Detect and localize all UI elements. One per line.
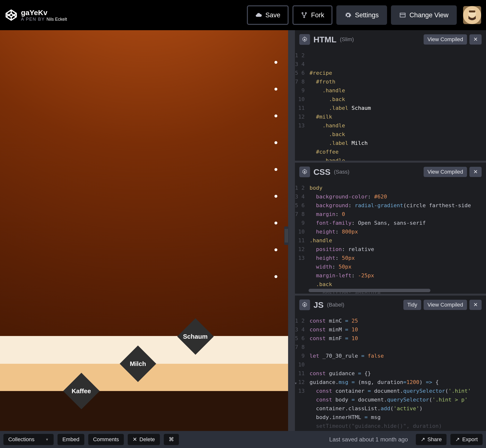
scale-dot: [274, 248, 277, 251]
save-button[interactable]: Save: [247, 5, 289, 25]
gear-icon: [301, 302, 308, 308]
close-icon[interactable]: ✕: [469, 300, 482, 310]
pen-title[interactable]: gaYeKv: [21, 9, 67, 17]
fold-arrow-icon[interactable]: ▾: [295, 379, 297, 388]
svg-rect-0: [400, 13, 405, 17]
keyboard-button[interactable]: ⌘: [164, 434, 179, 445]
embed-button[interactable]: Embed: [58, 434, 84, 445]
scrollbar-css[interactable]: [309, 289, 430, 292]
share-icon: ↗: [421, 436, 425, 443]
svg-point-7: [304, 304, 306, 306]
avatar[interactable]: [463, 6, 481, 24]
svg-rect-4: [469, 10, 475, 12]
code-area-css[interactable]: 1 2 3 4 5 6 7 8 9 10 11 12 13 body backg…: [295, 181, 486, 294]
comments-button[interactable]: Comments: [88, 434, 124, 445]
collections-button[interactable]: Collections ▼: [3, 434, 54, 445]
title-block: gaYeKv A PEN BY Nils Eckelt: [21, 9, 67, 22]
splitter-handle[interactable]: [284, 226, 289, 245]
scale-dot: [274, 195, 277, 198]
gear-icon: [301, 169, 308, 175]
panel-html: HTML (Slim) View Compiled✕ 1 2 3 4 5 6 7…: [295, 30, 486, 163]
close-icon[interactable]: ✕: [469, 167, 482, 177]
panel-html-settings[interactable]: [299, 34, 310, 45]
panel-css-title: CSS: [313, 167, 330, 177]
code-js[interactable]: const minC = 25 const minM = 10 const mi…: [308, 314, 486, 433]
svg-point-6: [304, 171, 306, 173]
settings-button[interactable]: Settings: [336, 5, 387, 25]
fork-icon: [301, 12, 308, 19]
main: Schaum Milch Kaffee HTML (Slim) View Com…: [0, 30, 486, 431]
gutter-css: 1 2 3 4 5 6 7 8 9 10 11 12 13: [295, 181, 308, 294]
close-icon[interactable]: ✕: [469, 34, 482, 45]
delete-button[interactable]: ✕Delete: [128, 434, 160, 445]
action-view-compiled[interactable]: View Compiled: [424, 167, 467, 177]
panel-css: CSS (Sass) View Compiled✕ 1 2 3 4 5 6 7 …: [295, 163, 486, 296]
gutter-html: 1 2 3 4 5 6 7 8 9 10 11 12 13: [295, 49, 308, 161]
cloud-icon: [255, 12, 262, 19]
handle-milk-label: Milch: [130, 360, 146, 367]
byline-prefix: A PEN BY: [21, 17, 45, 22]
panel-js-settings[interactable]: [299, 299, 310, 310]
scale-dot: [274, 61, 277, 64]
fork-button[interactable]: Fork: [292, 5, 332, 25]
code-css[interactable]: body background-color: #620 background: …: [308, 181, 486, 294]
panel-js: JS (Babel) TidyView Compiled✕ 1 2 3 4 5 …: [295, 296, 486, 435]
close-icon: ✕: [133, 436, 137, 443]
panel-js-sub: (Babel): [327, 302, 344, 308]
layer-coffee: [0, 391, 288, 431]
export-icon: ↗: [455, 436, 460, 443]
share-label: Share: [428, 436, 442, 443]
code-area-js[interactable]: 1 2 3 4 5 6 7 8 9 10 11 12 13 ▾ const mi…: [295, 314, 486, 433]
share-button[interactable]: ↗Share: [416, 434, 447, 445]
gear-icon: [301, 36, 308, 43]
panel-js-header: JS (Babel) TidyView Compiled✕: [295, 296, 486, 314]
scale-dot: [274, 168, 277, 171]
pen-byline: A PEN BY Nils Eckelt: [21, 17, 67, 22]
handle-froth-label: Schaum: [183, 333, 208, 340]
panel-html-sub: (Slim): [340, 36, 354, 43]
footer: Collections ▼ Embed Comments ✕Delete ⌘ L…: [0, 431, 486, 448]
collections-label: Collections: [8, 436, 35, 443]
save-label: Save: [265, 11, 281, 19]
scale-dot: [274, 222, 277, 224]
svg-point-5: [304, 39, 306, 40]
panel-css-header: CSS (Sass) View Compiled✕: [295, 163, 486, 181]
change-view-label: Change View: [409, 11, 448, 19]
logo-block: gaYeKv A PEN BY Nils Eckelt: [5, 9, 243, 22]
panel-html-actions: View Compiled✕: [424, 34, 482, 45]
gutter-js: 1 2 3 4 5 6 7 8 9 10 11 12 13 ▾: [295, 314, 308, 433]
code-html[interactable]: #recipe #froth .handle .back .label Scha…: [308, 49, 486, 161]
scale-dot: [274, 88, 277, 91]
handle-coffee-label: Kaffee: [72, 387, 91, 395]
scale-dot: [274, 275, 277, 278]
panel-html-title: HTML: [313, 35, 336, 44]
layout-icon: [399, 12, 406, 19]
preview-pane[interactable]: Schaum Milch Kaffee: [0, 30, 288, 431]
change-view-button[interactable]: Change View: [391, 5, 457, 25]
export-label: Export: [462, 436, 478, 443]
action-view-compiled[interactable]: View Compiled: [424, 300, 467, 310]
command-icon: ⌘: [169, 436, 174, 443]
fork-label: Fork: [311, 11, 324, 19]
scale-dot: [274, 114, 277, 117]
settings-label: Settings: [355, 11, 379, 19]
codepen-logo-icon: [5, 9, 18, 21]
action-tidy[interactable]: Tidy: [403, 300, 421, 310]
comments-label: Comments: [93, 436, 119, 443]
code-area-html[interactable]: 1 2 3 4 5 6 7 8 9 10 11 12 13 #recipe #f…: [295, 49, 486, 161]
editors: HTML (Slim) View Compiled✕ 1 2 3 4 5 6 7…: [288, 30, 486, 431]
author-link[interactable]: Nils Eckelt: [47, 17, 67, 22]
gear-icon: [345, 12, 351, 19]
panel-html-header: HTML (Slim) View Compiled✕: [295, 30, 486, 49]
chevron-down-icon: ▼: [45, 438, 49, 441]
panel-js-actions: TidyView Compiled✕: [403, 300, 482, 310]
panel-css-sub: (Sass): [334, 169, 350, 175]
action-view-compiled[interactable]: View Compiled: [424, 34, 467, 45]
export-button[interactable]: ↗Export: [450, 434, 483, 445]
scale-dot: [274, 141, 277, 144]
embed-label: Embed: [62, 436, 79, 443]
panel-css-actions: View Compiled✕: [424, 167, 482, 177]
save-status: Last saved about 1 month ago: [329, 436, 408, 443]
panel-js-title: JS: [313, 300, 324, 310]
panel-css-settings[interactable]: [299, 167, 310, 177]
